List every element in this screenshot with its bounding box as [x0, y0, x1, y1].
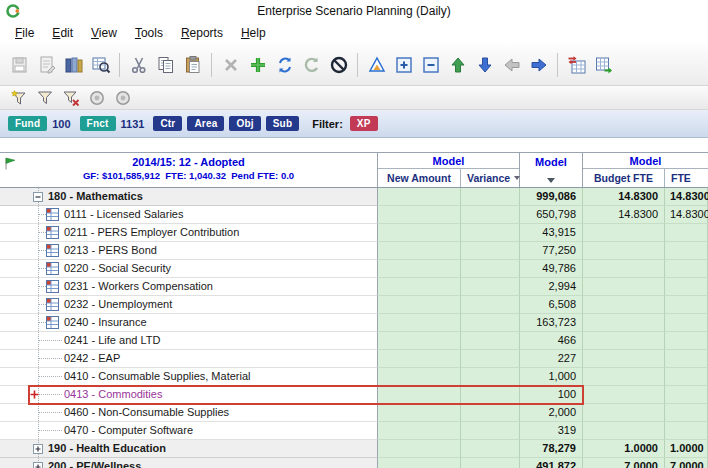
model-cell[interactable]: 650,798 — [520, 206, 583, 224]
model-cell[interactable]: 163,723 — [520, 314, 583, 332]
table-row[interactable]: 200 - PE/Wellness 491,872 7.0000 7.0000 — [0, 458, 708, 468]
variance-cell[interactable] — [461, 440, 520, 458]
table-row[interactable]: 190 - Health Education 78,279 1.0000 1.0… — [0, 440, 708, 458]
add-icon[interactable] — [244, 52, 271, 78]
obj-badge[interactable]: Obj — [229, 116, 260, 131]
model-cell[interactable]: 2,000 — [520, 404, 583, 422]
copy-icon[interactable] — [152, 52, 179, 78]
budget-fte-cell[interactable] — [583, 296, 665, 314]
search-grid-icon[interactable] — [87, 52, 114, 78]
tree-cell[interactable]: 190 - Health Education — [0, 440, 378, 458]
fte-cell[interactable] — [665, 368, 708, 386]
new-amount-cell[interactable] — [378, 332, 461, 350]
tree-cell[interactable]: 0213 - PERS Bond — [0, 242, 378, 260]
new-amount-cell[interactable] — [378, 296, 461, 314]
fund-badge[interactable]: Fund — [8, 116, 47, 131]
new-amount-cell[interactable] — [378, 260, 461, 278]
new-amount-cell[interactable] — [378, 386, 461, 404]
sub-badge[interactable]: Sub — [266, 116, 300, 131]
budget-fte-cell[interactable] — [583, 332, 665, 350]
new-amount-cell[interactable] — [378, 242, 461, 260]
variance-cell[interactable] — [461, 350, 520, 368]
tree-cell[interactable]: 0413 - Commodities — [0, 386, 378, 404]
edit-filter-icon[interactable] — [32, 88, 58, 108]
variance-cell[interactable] — [461, 188, 520, 206]
forward-icon[interactable] — [525, 52, 552, 78]
new-amount-cell[interactable] — [378, 278, 461, 296]
table-row[interactable]: 0470 - Computer Software 319 — [0, 422, 708, 440]
table-row[interactable]: 0410 - Consumable Supplies, Material 1,0… — [0, 368, 708, 386]
tree-cell[interactable]: 0460 - Non-Consumable Supplies — [0, 404, 378, 422]
expand-icon[interactable] — [33, 462, 43, 468]
collapse-icon[interactable] — [33, 192, 43, 202]
new-filter-icon[interactable] — [6, 88, 32, 108]
fte-cell[interactable]: 14.8300 — [665, 206, 708, 224]
menu-tools[interactable]: Tools — [126, 24, 172, 42]
column-header-fte[interactable]: FTE — [665, 169, 708, 187]
model-cell[interactable]: 466 — [520, 332, 583, 350]
fte-cell[interactable] — [665, 404, 708, 422]
filter-settings-icon[interactable] — [84, 88, 110, 108]
model-cell[interactable]: 77,250 — [520, 242, 583, 260]
table-row[interactable]: 0111 - Licensed Salaries 650,798 14.8300… — [0, 206, 708, 224]
budget-fte-cell[interactable] — [583, 386, 665, 404]
model-cell[interactable]: 78,279 — [520, 440, 583, 458]
model-cell[interactable]: 1,000 — [520, 368, 583, 386]
tree-cell[interactable]: 0111 - Licensed Salaries — [0, 206, 378, 224]
menu-view[interactable]: View — [82, 24, 126, 42]
delta-icon[interactable] — [363, 52, 390, 78]
tree-cell[interactable]: 0241 - Life and LTD — [0, 332, 378, 350]
delete-icon[interactable] — [217, 52, 244, 78]
table-row[interactable]: 0232 - Unemployment 6,508 — [0, 296, 708, 314]
variance-cell[interactable] — [461, 332, 520, 350]
budget-fte-cell[interactable]: 1.0000 — [583, 440, 665, 458]
menu-file[interactable]: File — [6, 24, 43, 42]
fte-cell[interactable] — [665, 332, 708, 350]
back-icon[interactable] — [498, 52, 525, 78]
variance-cell[interactable] — [461, 386, 520, 404]
tree-cell[interactable]: 0242 - EAP — [0, 350, 378, 368]
tree-cell[interactable]: 0220 - Social Security — [0, 260, 378, 278]
fte-cell[interactable] — [665, 314, 708, 332]
fte-cell[interactable]: 14.8300 — [665, 188, 708, 206]
budget-fte-cell[interactable] — [583, 368, 665, 386]
column-header-new-amount[interactable]: New Amount — [378, 169, 461, 187]
column-header-budget-fte[interactable]: Budget FTE — [583, 169, 665, 187]
table-row[interactable]: 0213 - PERS Bond 77,250 — [0, 242, 708, 260]
tree-cell[interactable]: 0232 - Unemployment — [0, 296, 378, 314]
ctr-badge[interactable]: Ctr — [153, 116, 182, 131]
collapse-all-icon[interactable] — [417, 52, 444, 78]
cancel-icon[interactable] — [325, 52, 352, 78]
model-cell[interactable]: 100 — [520, 386, 583, 404]
save-icon[interactable] — [6, 52, 33, 78]
new-amount-cell[interactable] — [378, 206, 461, 224]
fte-cell[interactable]: 7.0000 — [665, 458, 708, 468]
budget-fte-cell[interactable] — [583, 278, 665, 296]
model-cell[interactable]: 999,086 — [520, 188, 583, 206]
budget-fte-cell[interactable]: 14.8300 — [583, 188, 665, 206]
budget-fte-cell[interactable] — [583, 314, 665, 332]
move-down-icon[interactable] — [471, 52, 498, 78]
refresh-icon[interactable] — [271, 52, 298, 78]
fte-cell[interactable] — [665, 260, 708, 278]
budget-fte-cell[interactable] — [583, 242, 665, 260]
budget-fte-cell[interactable] — [583, 422, 665, 440]
budget-fte-cell[interactable]: 14.8300 — [583, 206, 665, 224]
cut-icon[interactable] — [125, 52, 152, 78]
fte-cell[interactable] — [665, 296, 708, 314]
new-amount-cell[interactable] — [378, 188, 461, 206]
move-up-icon[interactable] — [444, 52, 471, 78]
model-cell[interactable]: 319 — [520, 422, 583, 440]
new-amount-cell[interactable] — [378, 440, 461, 458]
scenario-header-cell[interactable]: 2014/15: 12 - Adopted GF: $101,585,912 F… — [0, 153, 378, 187]
table-row-selected[interactable]: 0413 - Commodities 100 — [0, 386, 708, 404]
variance-cell[interactable] — [461, 278, 520, 296]
budget-fte-cell[interactable] — [583, 224, 665, 242]
expand-icon[interactable] — [33, 444, 43, 454]
model-cell[interactable]: 2,994 — [520, 278, 583, 296]
new-amount-cell[interactable] — [378, 404, 461, 422]
budget-fte-cell[interactable]: 7.0000 — [583, 458, 665, 468]
variance-cell[interactable] — [461, 242, 520, 260]
tree-cell[interactable]: 0470 - Computer Software — [0, 422, 378, 440]
variance-cell[interactable] — [461, 260, 520, 278]
